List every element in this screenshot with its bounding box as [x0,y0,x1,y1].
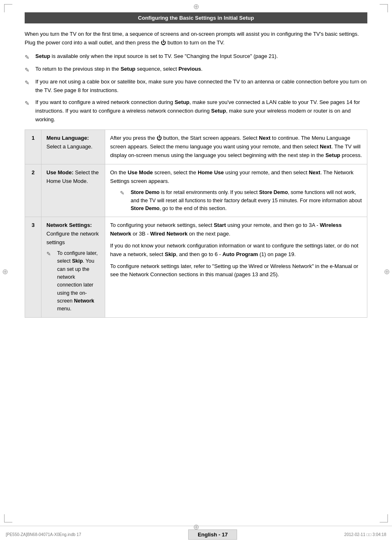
step-3-number: 3 [25,217,42,317]
step-3-label-sub: Configure the network settings [46,231,99,245]
note-4: ✎ If you want to configure a wired netwo… [25,98,367,124]
footer-page-label: English - 17 [198,531,228,538]
step-1-label: Menu Language: Select a Language. [42,130,105,164]
corner-mark-tl [4,4,12,12]
note-1: ✎ Setup is available only when the input… [25,52,367,62]
step-3-label-note: ✎ To configure later, select Skip. You c… [46,250,100,313]
step-3-row: 3 Network Settings: Configure the networ… [25,217,367,317]
step-2-subnote: ✎ Store Demo is for retail environments … [118,189,362,213]
note-text-4: If you want to configure a wired network… [35,98,367,124]
corner-mark-tr [380,4,388,12]
step-1-label-sub: Select a Language. [46,143,92,150]
steps-table: 1 Menu Language: Select a Language. Afte… [25,129,367,318]
reg-cross-bottom: ⊕ [193,522,199,531]
reg-cross-top: ⊕ [193,2,199,11]
note-icon-4: ✎ [25,98,34,108]
step-3-label-title: Network Settings: [46,222,92,228]
step-2-label-title: Use Mode: [46,169,74,176]
step-3-label: Network Settings: Configure the network … [42,217,105,317]
note-icon-2: ✎ [25,65,34,74]
page-wrapper: ⊕ ⊕ ⊕ Configuring the Basic Settings in … [0,0,392,543]
footer-right-text: 2012-02-11 □□ 3:04:18 [344,532,386,537]
reg-cross-left: ⊕ [2,267,8,276]
note-3: ✎ If you are not using a cable box or sa… [25,78,367,95]
step-1-row: 1 Menu Language: Select a Language. Afte… [25,130,367,164]
note-text-3: If you are not using a cable box or sate… [35,78,367,95]
corner-mark-bl [4,514,12,522]
intro-paragraph: When you turn the TV on for the first ti… [25,30,367,47]
step-2-note-icon: ✎ [120,189,129,197]
page-title-bar: Configuring the Basic Settings in Initia… [25,12,367,23]
note-text-2: To return to the previous step in the Se… [35,65,367,74]
step-2-label: Use Mode: Select the Home Use Mode. [42,164,105,217]
note-2: ✎ To return to the previous step in the … [25,65,367,74]
corner-mark-br [380,514,388,522]
note-icon-1: ✎ [25,52,34,62]
note-icon-3: ✎ [25,78,34,87]
footer-left-text: [PE550-ZA]BN68-04071A-X0Eng.indb 17 [6,532,81,537]
reg-cross-right: ⊕ [384,267,390,276]
page-title: Configuring the Basic Settings in Initia… [138,15,254,21]
step-3-note-text: To configure later, select Skip. You can… [57,250,100,313]
step-1-number: 1 [25,130,42,164]
step-3-content: To configuring your network settings, se… [105,217,367,317]
note-text-1: Setup is available only when the input s… [35,52,367,61]
step-1-content: After you press the ⏻ button, the Start … [105,130,367,164]
step-3-note-icon: ✎ [46,250,55,258]
step-2-row: 2 Use Mode: Select the Home Use Mode. On… [25,164,367,217]
step-2-content: On the Use Mode screen, select the Home … [105,164,367,217]
step-2-number: 2 [25,164,42,217]
step-2-note-text: Store Demo is for retail environments on… [131,189,362,213]
step-1-label-title: Menu Language: [46,135,89,141]
